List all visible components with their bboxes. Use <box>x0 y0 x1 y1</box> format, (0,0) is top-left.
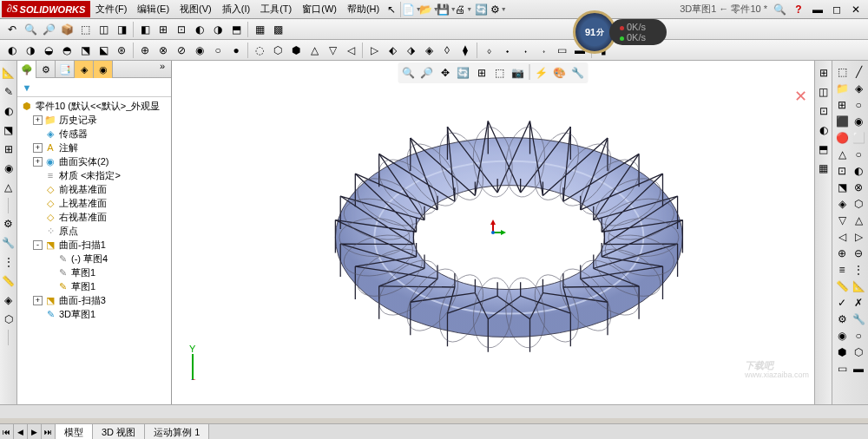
headsup-btn-4[interactable]: ⊞ <box>473 64 490 82</box>
tree-expander[interactable]: + <box>33 157 43 167</box>
menu-edit[interactable]: 编辑(E) <box>132 1 174 17</box>
left-strip-btn-4[interactable]: ⊞ <box>0 141 17 158</box>
left-strip-btn-8[interactable]: 🔧 <box>0 234 17 252</box>
view-triad[interactable]: Y X Z <box>184 345 219 380</box>
sketch-tool-17-0[interactable]: ⬢ <box>834 344 850 360</box>
feature-toolbar-btn-24[interactable]: ⧫ <box>457 42 474 59</box>
feature-toolbar-btn-19[interactable]: ▷ <box>365 42 383 59</box>
view-toolbar-btn-7[interactable]: ◧ <box>136 21 154 38</box>
tree-item-6[interactable]: ◇上视基准面 <box>17 196 171 210</box>
sketch-tool-5-0[interactable]: △ <box>834 147 850 162</box>
view-toolbar-btn-12[interactable]: ⬒ <box>227 21 245 38</box>
tree-item-1[interactable]: ◈传感器 <box>17 127 171 141</box>
sketch-tool-10-0[interactable]: ◁ <box>834 229 850 245</box>
right-strip-btn-4[interactable]: ⬒ <box>815 141 832 158</box>
feature-toolbar-btn-18[interactable]: ◁ <box>342 42 359 59</box>
close-icon[interactable]: ✕ <box>849 3 863 16</box>
sketch-tool-18-0[interactable]: ▭ <box>834 361 850 377</box>
menu-file[interactable]: 文件(F) <box>90 1 132 17</box>
view-toolbar-btn-14[interactable]: ▩ <box>269 21 286 38</box>
feature-toolbar-btn-27[interactable]: ⬪ <box>516 42 534 59</box>
sketch-tool-2-0[interactable]: ⊞ <box>834 97 850 113</box>
tree-item-8[interactable]: ⁘原点 <box>17 224 171 238</box>
sketch-tool-2-1[interactable]: ○ <box>851 97 866 113</box>
view-toolbar-btn-8[interactable]: ⊞ <box>155 21 172 38</box>
sketch-tool-18-1[interactable]: ▬ <box>851 361 866 377</box>
view-toolbar-btn-4[interactable]: ⬚ <box>76 21 94 38</box>
left-strip-btn-6[interactable]: △ <box>0 179 17 196</box>
help-icon[interactable]: ? <box>792 3 806 16</box>
minimize-icon[interactable]: ▬ <box>811 3 825 16</box>
feature-toolbar-btn-1[interactable]: ◑ <box>22 42 39 59</box>
feature-toolbar-btn-29[interactable]: ▭ <box>553 42 570 59</box>
sketch-tool-4-1[interactable]: ⬜ <box>851 130 866 146</box>
sketch-tool-9-0[interactable]: ▽ <box>834 213 850 228</box>
left-strip-btn-10[interactable]: 📏 <box>0 272 17 290</box>
feature-toolbar-btn-13[interactable]: ◌ <box>251 42 268 59</box>
sketch-tool-7-1[interactable]: ⊗ <box>851 180 866 195</box>
tab-nav-prev[interactable]: ◀ <box>14 424 28 439</box>
right-strip-btn-0[interactable]: ⊞ <box>815 64 832 82</box>
view-toolbar-btn-0[interactable]: ↶ <box>3 21 21 38</box>
feature-toolbar-btn-9[interactable]: ⊘ <box>173 42 190 59</box>
tree-expander[interactable]: + <box>33 115 43 125</box>
view-toolbar-btn-9[interactable]: ⊡ <box>173 21 190 38</box>
sketch-tool-14-0[interactable]: ✓ <box>834 295 850 311</box>
view-toolbar-btn-5[interactable]: ◫ <box>95 21 112 38</box>
tab-nav-next[interactable]: ▶ <box>28 424 42 439</box>
filter-icon[interactable]: ▼ <box>21 82 33 94</box>
tree-item-3[interactable]: +◉曲面实体(2) <box>17 154 171 168</box>
options-button[interactable]: ⚙▼ <box>490 1 507 18</box>
feature-toolbar-btn-23[interactable]: ◊ <box>438 42 456 59</box>
sketch-tool-15-1[interactable]: 🔧 <box>851 311 866 327</box>
menu-view[interactable]: 视图(V) <box>174 1 217 17</box>
sketch-tool-13-1[interactable]: 📐 <box>851 278 866 294</box>
headsup-btn-1[interactable]: 🔎 <box>418 64 436 82</box>
tab-motion[interactable]: 运动算例 1 <box>145 424 209 439</box>
left-strip-btn-2[interactable]: ◐ <box>0 102 17 120</box>
feature-toolbar-btn-6[interactable]: ⊛ <box>113 42 130 59</box>
sketch-tool-10-1[interactable]: ▷ <box>851 229 866 245</box>
feature-toolbar-btn-4[interactable]: ⬔ <box>76 42 94 59</box>
tab-dim[interactable]: ◈ <box>75 61 94 78</box>
feature-toolbar-btn-14[interactable]: ⬡ <box>269 42 286 59</box>
left-strip-btn-0[interactable]: 📐 <box>0 64 17 82</box>
sketch-tool-1-0[interactable]: 📁 <box>834 81 850 96</box>
left-strip-btn-7[interactable]: ⚙ <box>0 215 17 233</box>
sketch-tool-8-0[interactable]: ◈ <box>834 196 850 212</box>
feature-toolbar-btn-22[interactable]: ◈ <box>420 42 437 59</box>
sketch-tool-9-1[interactable]: △ <box>851 213 866 228</box>
tab-display[interactable]: ◉ <box>94 61 113 78</box>
left-strip-btn-3[interactable]: ⬔ <box>0 121 17 139</box>
tab-config[interactable]: 📑 <box>56 61 75 78</box>
feature-toolbar-btn-21[interactable]: ⬗ <box>402 42 419 59</box>
view-toolbar-btn-10[interactable]: ◐ <box>191 21 208 38</box>
sketch-tool-1-1[interactable]: ◈ <box>851 81 866 96</box>
left-strip-btn-9[interactable]: ⋮ <box>0 253 17 271</box>
tab-model[interactable]: 模型 <box>56 424 93 439</box>
view-toolbar-btn-13[interactable]: ▦ <box>251 21 268 38</box>
sketch-tool-5-1[interactable]: ○ <box>851 147 866 162</box>
sketch-tool-6-0[interactable]: ⊡ <box>834 163 850 179</box>
feature-toolbar-btn-26[interactable]: ⬩ <box>498 42 516 59</box>
sketch-tool-12-1[interactable]: ⋮ <box>851 262 866 278</box>
headsup-btn-0[interactable]: 🔍 <box>400 64 418 82</box>
menu-window[interactable]: 窗口(W) <box>297 1 342 17</box>
view-toolbar-btn-11[interactable]: ◑ <box>209 21 227 38</box>
sketch-tool-16-0[interactable]: ◉ <box>834 328 850 344</box>
tab-3dview[interactable]: 3D 视图 <box>93 424 145 439</box>
save-button[interactable]: 💾▼ <box>437 1 455 18</box>
view-toolbar-btn-6[interactable]: ◨ <box>113 21 130 38</box>
tree-item-12[interactable]: ✎草图1 <box>17 279 171 293</box>
tree-item-9[interactable]: -⬔曲面-扫描1 <box>17 238 171 252</box>
sketch-tool-11-1[interactable]: ⊖ <box>851 246 866 261</box>
menu-insert[interactable]: 插入(I) <box>217 1 255 17</box>
close-sketch-icon[interactable]: ✕ <box>794 87 807 106</box>
feature-toolbar-btn-3[interactable]: ◓ <box>58 42 76 59</box>
sketch-tool-14-1[interactable]: ✗ <box>851 295 866 311</box>
feature-toolbar-btn-25[interactable]: ⬨ <box>480 42 497 59</box>
view-toolbar-btn-3[interactable]: 📦 <box>58 21 76 38</box>
headsup-btn-6[interactable]: 📷 <box>510 64 527 82</box>
feature-toolbar-btn-8[interactable]: ⊗ <box>155 42 172 59</box>
pin-panel-icon[interactable]: » <box>154 61 171 77</box>
